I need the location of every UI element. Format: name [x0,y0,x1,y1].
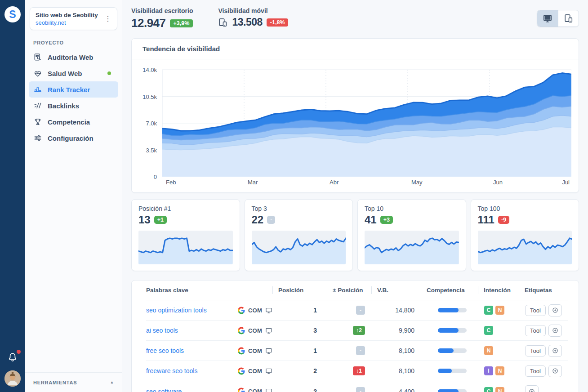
tags-cell: Tool [519,304,569,316]
desktop-icon [265,388,272,392]
keyword-link[interactable]: ai seo tools [146,327,178,334]
sidebar-item-salud-web[interactable]: Salud Web [29,65,118,81]
competition-cell [421,328,478,333]
intent-badge-i: I [484,366,493,375]
ranking-stat-cards: Posición #113+1 Top 322- Top 1041+3 Top … [131,199,579,271]
search-engine-cell: COM [234,367,272,375]
circle-plus-icon [528,388,535,392]
x-axis-tick: Jun [493,179,503,186]
sidebar-item-backlinks[interactable]: Backlinks [29,98,118,114]
seobility-logo[interactable]: S [4,6,21,22]
position-value: 3 [272,327,327,334]
tag-button-tool[interactable]: Tool [525,325,546,336]
desktop-icon [543,13,552,23]
section-label-tools: HERRAMIENTAS [33,380,77,385]
column-header--posici-n[interactable]: ± Posición [327,286,371,294]
sidebar-item-competencia[interactable]: Competencia [29,114,118,130]
health-icon [33,69,42,78]
stat-card-value: 13 [138,214,151,226]
y-axis: 14.0k10.5k7.0k3.5k0 [139,67,162,177]
desktop-visibility-change-badge: +3,9% [170,19,193,27]
health-status-dot [107,71,111,75]
sidebar-item-configuraci-n[interactable]: Configuración [29,130,118,146]
intent-badge-c: C [484,306,493,315]
google-icon [238,388,245,392]
column-header-etiquetas[interactable]: Etiquetas [519,286,569,294]
kebab-menu-icon[interactable]: ⋮ [103,15,112,22]
desktop-visibility-value: 12.947 [131,16,166,30]
main-content: Visibilidad escritorio 12.947 +3,9% Visi… [122,0,588,392]
column-header-intenci-n[interactable]: Intención [478,286,519,294]
keyword-link[interactable]: seo software [146,388,182,392]
intent-cell: CN [478,387,519,392]
stat-card-change-badge: - [267,216,275,224]
stat-card-label: Top 100 [478,205,572,212]
intent-cell: IN [478,366,519,375]
tag-button-tool[interactable]: Tool [525,305,546,316]
keyword-link[interactable]: seo optimization tools [146,307,207,314]
stat-card-change-badge: +3 [380,216,393,224]
stat-card-top-100: Top 100111-9 [471,199,579,271]
add-tag-button[interactable] [548,365,562,377]
circle-plus-icon [552,327,559,334]
sidebar-item-label: Rank Tracker [48,86,90,94]
logo-letter: S [9,9,16,21]
position-value: 2 [272,367,327,374]
position-change-badge: - [356,387,365,392]
mobile-visibility-value: 13.508 [232,16,262,28]
intent-cell: CN [478,306,519,315]
intent-cell: N [478,346,519,355]
competition-bar [438,348,467,353]
position-change-badge: ↓1 [353,366,365,375]
desktop-toggle-button[interactable] [537,10,558,27]
user-avatar[interactable] [4,370,21,387]
tag-button-tool[interactable]: Tool [525,345,546,356]
mobile-tablet-icon [564,13,574,23]
rank-icon [33,85,42,94]
add-tag-button[interactable] [548,304,562,316]
mobile-visibility-stat: Visibilidad móvil 13.508 -1,8% [218,7,288,28]
column-header-competencia[interactable]: Competencia [421,286,478,294]
competition-bar [438,308,467,312]
tag-button-tool[interactable]: Tool [525,365,546,377]
sidebar-item-label: Backlinks [48,102,79,110]
sparkline [138,231,233,264]
sidebar-item-auditor-a-web[interactable]: Auditoría Web [29,49,118,65]
add-tag-button[interactable] [525,385,539,392]
competition-bar-fill [438,389,459,392]
keywords-table-header: Palabras clavePosición± PosiciónV.B.Comp… [146,281,568,300]
add-tag-button[interactable] [548,345,562,357]
notifications-bell-icon[interactable] [7,352,18,363]
keyword-row: seo optimization toolsCOM1-14,800CNTool [146,300,568,321]
keyword-link[interactable]: free seo tools [146,347,184,354]
search-volume-value: 14,800 [371,307,421,314]
app-rail: S [0,0,25,392]
project-switcher-card[interactable]: Sitio web de Seobility seobility.net ⋮ [30,7,117,30]
engine-tld: COM [248,307,262,314]
keyword-row: free seo toolsCOM1-8,100NTool [146,341,568,361]
x-axis-tick: May [411,179,423,186]
tools-section-toggle[interactable]: HERRAMIENTAS ▲ [25,372,122,392]
desktop-visibility-stat: Visibilidad escritorio 12.947 +3,9% [131,7,193,30]
sidebar-item-rank-tracker[interactable]: Rank Tracker [29,81,118,98]
circle-plus-icon [552,367,559,374]
column-header-v-b-[interactable]: V.B. [371,286,421,294]
circle-plus-icon [552,347,559,354]
audit-icon [33,53,42,62]
position-change-badge: - [356,306,365,315]
project-sidebar: Sitio web de Seobility seobility.net ⋮ P… [25,0,122,392]
competition-cell [421,389,478,392]
position-value: 1 [272,347,327,354]
sidebar-item-label: Configuración [48,134,94,142]
competition-cell [421,369,478,373]
keyword-link[interactable]: freeware seo tools [146,367,197,374]
column-header-posici-n[interactable]: Posición [272,286,327,294]
y-axis-tick: 3.5k [146,147,157,154]
google-icon [238,347,245,355]
mobile-toggle-button[interactable] [558,10,579,27]
competition-cell [421,308,478,312]
column-header-palabras-clave[interactable]: Palabras clave [146,286,272,294]
y-axis-tick: 10.5k [143,94,157,100]
intent-badge-n: N [495,366,504,375]
add-tag-button[interactable] [548,325,562,337]
